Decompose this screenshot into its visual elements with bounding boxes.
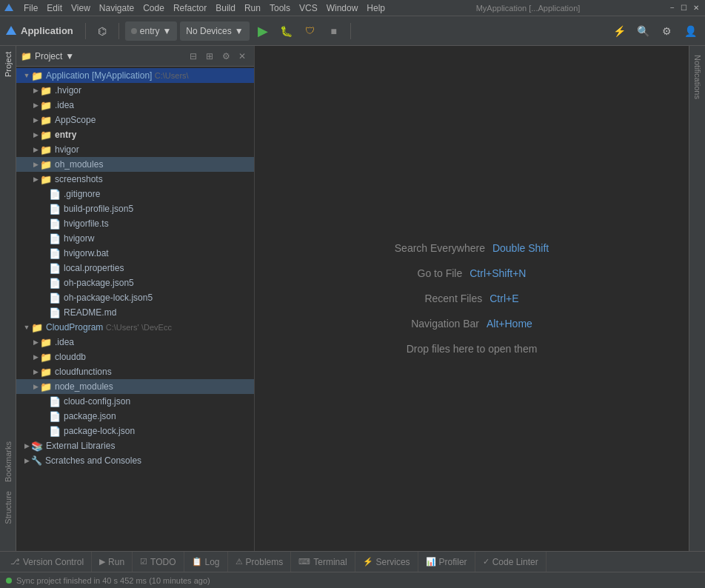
debug-button[interactable]: 🐛 [276, 21, 297, 41]
menu-navigate[interactable]: Navigate [95, 1, 138, 15]
panel-dropdown-icon: ▼ [65, 51, 74, 61]
tab-terminal[interactable]: ⌨ Terminal [291, 552, 355, 572]
expand-arrow[interactable]: ▶ [31, 175, 40, 184]
tree-row[interactable]: ▶ 📄 README.md [16, 305, 254, 320]
tree-row[interactable]: ▶ 📁 AppScope [16, 113, 254, 127]
entry-selector[interactable]: entry ▼ [125, 21, 178, 41]
window-controls: − ☐ ✕ [666, 0, 702, 16]
expand-arrow[interactable]: ▶ [22, 441, 31, 450]
network-icon[interactable]: ⌬ [92, 21, 113, 41]
settings-button[interactable]: ⚙ [656, 21, 677, 41]
stop-button[interactable]: ■ [324, 21, 344, 41]
tree-row[interactable]: ▶ 📁 clouddb [16, 350, 254, 364]
tree-row[interactable]: ▶ 📄 package-lock.json [16, 424, 254, 438]
tab-todo-label: TODO [150, 557, 176, 567]
tree-row[interactable]: ▶ 📄 local.properties [16, 261, 254, 275]
tab-services[interactable]: ⚡ Services [355, 552, 418, 572]
expand-arrow[interactable]: ▶ [22, 456, 31, 465]
menu-build[interactable]: Build [211, 1, 240, 15]
tree-row[interactable]: ▼ 📁 Application [MyApplication] C:\Users… [16, 68, 254, 83]
tree-row[interactable]: ▶ 📄 .gitignore [16, 187, 254, 201]
menu-window[interactable]: Window [322, 1, 363, 15]
coverage-button[interactable]: 🛡 [300, 21, 321, 41]
expand-arrow[interactable]: ▶ [31, 367, 40, 376]
tree-row[interactable]: ▶ 📁 cloudfunctions [16, 364, 254, 379]
right-sidebar-strip: Notifications [689, 46, 705, 551]
project-tree[interactable]: ▼ 📁 Application [MyApplication] C:\Users… [16, 67, 254, 551]
search-everywhere-button[interactable]: 🔍 [632, 21, 653, 41]
expand-arrow[interactable]: ▶ [31, 382, 40, 391]
tree-row[interactable]: ▶ 📄 hvigorw.bat [16, 246, 254, 261]
menu-edit[interactable]: Edit [42, 1, 67, 15]
tree-row[interactable]: ▶ 📁 screenshots [16, 172, 254, 187]
file-icon: 📄 [49, 233, 61, 244]
tab-todo[interactable]: ☑ TODO [133, 552, 184, 572]
close-button[interactable]: ✕ [690, 0, 702, 16]
tree-row[interactable]: ▶ 📄 hvigorfile.ts [16, 216, 254, 231]
tree-row[interactable]: ▶ 📁 .idea [16, 98, 254, 113]
minimize-button[interactable]: − [666, 0, 678, 16]
tree-row[interactable]: ▶ 📁 oh_modules [16, 157, 254, 172]
tree-row[interactable]: ▶ 📁 entry [16, 127, 254, 142]
tab-profiler[interactable]: 📊 Profiler [418, 552, 475, 572]
expand-arrow[interactable]: ▶ [31, 338, 40, 347]
menu-run[interactable]: Run [240, 1, 265, 15]
tree-row[interactable]: ▶ 📁 hvigor [16, 142, 254, 157]
expand-arrow[interactable]: ▼ [22, 323, 31, 332]
account-button[interactable]: 👤 [680, 21, 701, 41]
menu-vcs[interactable]: VCS [295, 1, 322, 15]
profile-button[interactable]: ⚡ [609, 21, 629, 41]
tree-row[interactable]: ▶ 📄 build-profile.json5 [16, 201, 254, 216]
expand-button[interactable]: ⊞ [202, 49, 217, 64]
services-icon: ⚡ [363, 557, 373, 567]
json-icon: 📄 [49, 278, 61, 289]
svg-marker-0 [4, 4, 13, 11]
expand-arrow[interactable]: ▶ [31, 116, 40, 124]
tab-log[interactable]: 📋 Log [184, 552, 228, 572]
collapse-all-button[interactable]: ⊟ [186, 49, 201, 64]
close-panel-button[interactable]: ✕ [235, 49, 250, 64]
tab-problems[interactable]: ⚠ Problems [228, 552, 292, 572]
tree-row[interactable]: ▶ 📄 cloud-config.json [16, 394, 254, 409]
expand-arrow[interactable]: ▶ [31, 353, 40, 361]
menu-refactor[interactable]: Refactor [169, 1, 211, 15]
tree-row[interactable]: ▶ 🔧 Scratches and Consoles [16, 453, 254, 468]
expand-arrow[interactable]: ▶ [31, 101, 40, 110]
run-button[interactable]: ▶ [253, 21, 273, 41]
tree-row[interactable]: ▶ 📄 oh-package.json5 [16, 275, 254, 290]
expand-arrow[interactable]: ▶ [31, 145, 40, 154]
tree-row[interactable]: ▶ 📁 .idea [16, 335, 254, 350]
tree-row[interactable]: ▶ 📄 package.json [16, 409, 254, 424]
menu-file[interactable]: File [19, 1, 42, 15]
tree-row[interactable]: ▶ 📚 External Libraries [16, 438, 254, 453]
expand-arrow[interactable]: ▶ [31, 130, 40, 139]
notifications-label[interactable]: Notifications [690, 49, 705, 105]
bookmarks-label[interactable]: Bookmarks [1, 437, 16, 487]
expand-arrow[interactable]: ▶ [31, 160, 40, 169]
tree-row[interactable]: ▶ 📄 oh-package-lock.json5 [16, 290, 254, 305]
tree-label: hvigorfile.ts [64, 218, 109, 229]
expand-arrow[interactable]: ▶ [31, 86, 40, 95]
menu-view[interactable]: View [67, 1, 95, 15]
panel-settings-button[interactable]: ⚙ [218, 49, 233, 64]
todo-icon: ☑ [140, 557, 147, 567]
expand-arrow[interactable]: ▼ [22, 71, 31, 80]
svg-marker-1 [6, 26, 16, 35]
panel-title-button[interactable]: 📁 Project ▼ [21, 51, 74, 61]
drop-files-label: Drop files here to open them [407, 343, 538, 355]
tree-row[interactable]: ▼ 📁 CloudProgram C:\Users' \DevEcc [16, 320, 254, 335]
tab-run[interactable]: ▶ Run [92, 552, 133, 572]
tree-row[interactable]: ▶ 📄 hvigorw [16, 231, 254, 246]
structure-label[interactable]: Structure [1, 487, 16, 529]
menu-help[interactable]: Help [362, 1, 390, 15]
project-icon[interactable]: Project [1, 46, 16, 83]
devices-selector[interactable]: No Devices ▼ [180, 21, 249, 41]
tree-row[interactable]: ▶ 📁 .hvigor [16, 83, 254, 98]
tab-version-control[interactable]: ⎇ Version Control [3, 552, 92, 572]
tab-code-linter[interactable]: ✓ Code Linter [475, 552, 547, 572]
menu-bar: File Edit View Navigate Code Refactor Bu… [0, 0, 705, 16]
menu-code[interactable]: Code [138, 1, 169, 15]
tree-row[interactable]: ▶ 📁 node_modules [16, 379, 254, 394]
menu-tools[interactable]: Tools [265, 1, 295, 15]
maximize-button[interactable]: ☐ [678, 0, 690, 16]
